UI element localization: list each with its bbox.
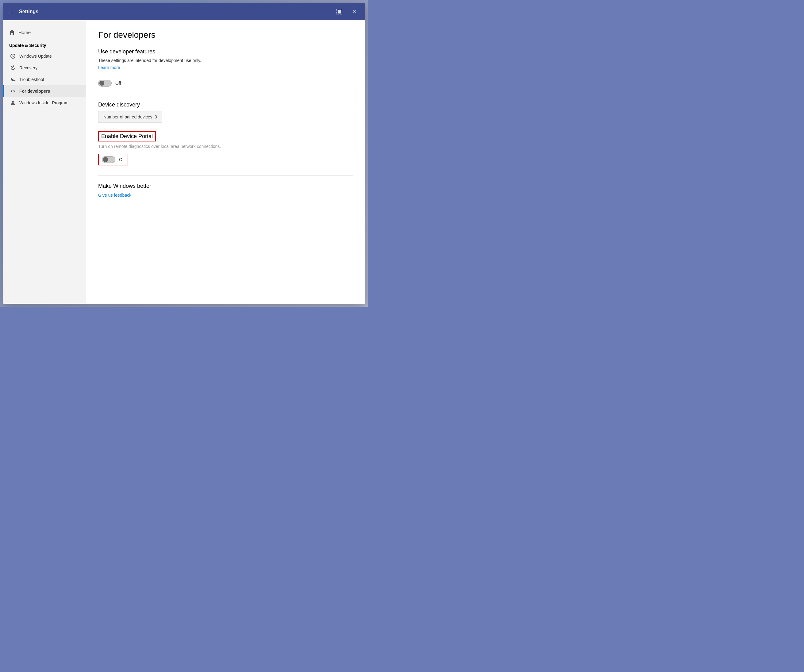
sidebar-item-home[interactable]: Home [3, 26, 86, 38]
enable-device-portal-toggle-row: Off [98, 154, 128, 165]
developer-features-toggle-label: Off [115, 81, 121, 86]
enable-device-portal-desc: Turn on remote diagnostics over local ar… [98, 144, 353, 149]
sidebar: Home Update & Security Windows Update Re… [3, 20, 86, 304]
settings-window: ← Settings ⬜ ✕ Home Update & Security [3, 3, 365, 304]
device-discovery-section: Device discovery Number of paired device… [98, 101, 353, 129]
device-discovery-title: Device discovery [98, 101, 353, 108]
divider-1 [98, 94, 353, 94]
sidebar-for-developers-label: For developers [19, 89, 50, 93]
back-button[interactable]: ← [8, 8, 14, 15]
enable-device-portal-toggle-label: Off [119, 157, 124, 162]
developers-icon [10, 88, 16, 94]
sidebar-recovery-label: Recovery [19, 65, 38, 70]
sidebar-item-windows-insider[interactable]: Windows Insider Program [3, 97, 86, 109]
sidebar-windows-insider-label: Windows Insider Program [19, 100, 69, 105]
insider-icon [10, 100, 16, 106]
paired-devices-text: Number of paired devices: 0 [103, 114, 157, 119]
paired-devices-box: Number of paired devices: 0 [98, 111, 162, 123]
home-icon [9, 29, 15, 35]
window-controls: ⬜ ✕ [333, 5, 360, 18]
sidebar-windows-update-label: Windows Update [19, 54, 52, 59]
device-portal-toggle-knob [103, 157, 108, 162]
learn-more-link[interactable]: Learn more [98, 65, 120, 70]
sidebar-item-windows-update[interactable]: Windows Update [3, 50, 86, 62]
developer-features-desc: These settings are intended for developm… [98, 58, 353, 63]
developer-features-toggle[interactable] [98, 80, 112, 87]
give-feedback-link[interactable]: Give us feedback [98, 193, 131, 198]
troubleshoot-icon [10, 77, 16, 82]
make-windows-better-section: Make Windows better Give us feedback [98, 183, 353, 203]
sidebar-item-recovery[interactable]: Recovery [3, 62, 86, 74]
make-windows-better-title: Make Windows better [98, 183, 353, 189]
sidebar-section-title: Update & Security [3, 38, 86, 50]
enable-device-portal-title: Enable Device Portal [101, 133, 153, 140]
sidebar-home-label: Home [18, 30, 31, 35]
content-area: Home Update & Security Windows Update Re… [3, 20, 365, 304]
page-title: For developers [98, 30, 353, 40]
sidebar-item-for-developers[interactable]: For developers [3, 85, 86, 97]
toggle-knob [100, 81, 104, 86]
sidebar-item-troubleshoot[interactable]: Troubleshoot [3, 74, 86, 85]
sidebar-troubleshoot-label: Troubleshoot [19, 77, 44, 82]
window-title: Settings [19, 9, 333, 15]
recovery-icon [10, 65, 16, 70]
title-bar: ← Settings ⬜ ✕ [3, 3, 365, 20]
close-button[interactable]: ✕ [348, 5, 360, 18]
snap-button[interactable]: ⬜ [333, 5, 345, 18]
update-icon [10, 53, 16, 59]
developer-features-title: Use developer features [98, 49, 353, 55]
developer-features-toggle-row: Off [98, 80, 353, 87]
enable-device-portal-highlight: Enable Device Portal [98, 131, 156, 141]
enable-device-portal-toggle[interactable] [102, 156, 115, 163]
main-content: For developers Use developer features Th… [86, 20, 365, 304]
svg-point-0 [12, 101, 14, 103]
